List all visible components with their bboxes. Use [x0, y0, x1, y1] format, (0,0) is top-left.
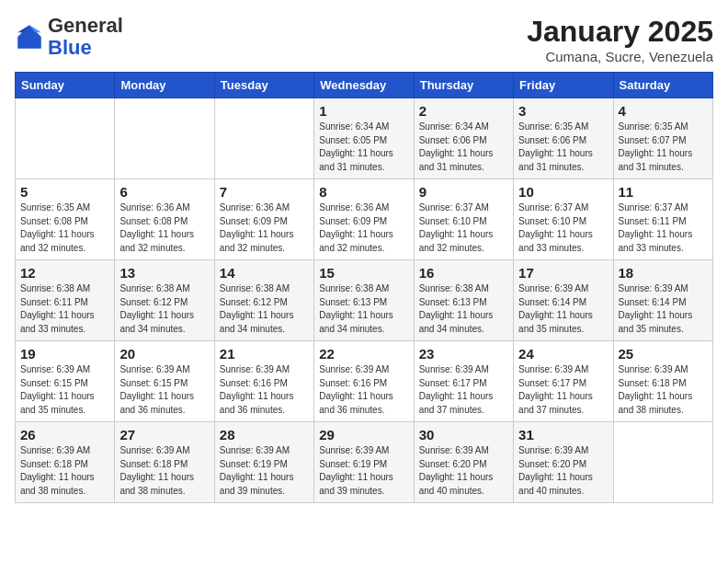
calendar-cell: 30Sunrise: 6:39 AMSunset: 6:20 PMDayligh…	[414, 422, 513, 503]
calendar-cell	[214, 98, 313, 179]
cell-info: Sunrise: 6:38 AMSunset: 6:13 PMDaylight:…	[319, 283, 393, 334]
header-day-sunday: Sunday	[16, 73, 115, 98]
day-number: 16	[419, 265, 508, 281]
day-number: 13	[119, 265, 209, 281]
day-number: 24	[518, 346, 608, 362]
calendar-cell: 7Sunrise: 6:36 AMSunset: 6:09 PMDaylight…	[214, 179, 313, 260]
day-number: 26	[20, 427, 109, 442]
day-number: 22	[319, 346, 408, 362]
svg-marker-0	[17, 25, 41, 49]
cell-info: Sunrise: 6:37 AMSunset: 6:10 PMDaylight:…	[518, 202, 593, 253]
cell-info: Sunrise: 6:35 AMSunset: 6:06 PMDaylight:…	[518, 121, 593, 172]
calendar-cell: 26Sunrise: 6:39 AMSunset: 6:18 PMDayligh…	[16, 422, 115, 503]
cell-info: Sunrise: 6:36 AMSunset: 6:09 PMDaylight:…	[319, 202, 393, 253]
cell-info: Sunrise: 6:38 AMSunset: 6:11 PMDaylight:…	[20, 283, 95, 334]
calendar-cell	[16, 98, 115, 179]
cell-info: Sunrise: 6:39 AMSunset: 6:18 PMDaylight:…	[20, 445, 95, 496]
cell-info: Sunrise: 6:35 AMSunset: 6:08 PMDaylight:…	[20, 202, 95, 253]
cell-info: Sunrise: 6:38 AMSunset: 6:13 PMDaylight:…	[419, 283, 494, 334]
calendar-week-3: 12Sunrise: 6:38 AMSunset: 6:11 PMDayligh…	[16, 260, 713, 341]
calendar-header: SundayMondayTuesdayWednesdayThursdayFrid…	[16, 73, 713, 98]
day-number: 27	[119, 427, 209, 442]
day-number: 9	[419, 184, 508, 200]
cell-info: Sunrise: 6:39 AMSunset: 6:20 PMDaylight:…	[518, 445, 593, 496]
cell-info: Sunrise: 6:39 AMSunset: 6:16 PMDaylight:…	[220, 364, 294, 415]
calendar-cell: 18Sunrise: 6:39 AMSunset: 6:14 PMDayligh…	[613, 260, 712, 341]
calendar-cell: 16Sunrise: 6:38 AMSunset: 6:13 PMDayligh…	[414, 260, 513, 341]
day-number: 15	[319, 265, 408, 281]
calendar-cell: 23Sunrise: 6:39 AMSunset: 6:17 PMDayligh…	[414, 341, 513, 422]
cell-info: Sunrise: 6:39 AMSunset: 6:19 PMDaylight:…	[319, 445, 393, 496]
cell-info: Sunrise: 6:38 AMSunset: 6:12 PMDaylight:…	[119, 283, 194, 334]
location-subtitle: Cumana, Sucre, Venezuela	[527, 49, 713, 64]
calendar-cell: 11Sunrise: 6:37 AMSunset: 6:11 PMDayligh…	[613, 179, 712, 260]
header-day-friday: Friday	[514, 73, 613, 98]
day-number: 23	[419, 346, 508, 362]
calendar-cell: 14Sunrise: 6:38 AMSunset: 6:12 PMDayligh…	[214, 260, 313, 341]
calendar-cell: 3Sunrise: 6:35 AMSunset: 6:06 PMDaylight…	[514, 98, 613, 179]
day-number: 17	[518, 265, 608, 281]
calendar-cell: 2Sunrise: 6:34 AMSunset: 6:06 PMDaylight…	[414, 98, 513, 179]
header-day-wednesday: Wednesday	[314, 73, 414, 98]
day-number: 12	[20, 265, 109, 281]
calendar-week-1: 1Sunrise: 6:34 AMSunset: 6:05 PMDaylight…	[16, 98, 713, 179]
logo-text-general: General	[48, 14, 123, 37]
header-row: SundayMondayTuesdayWednesdayThursdayFrid…	[16, 73, 713, 98]
calendar-cell: 9Sunrise: 6:37 AMSunset: 6:10 PMDaylight…	[414, 179, 513, 260]
calendar-cell: 5Sunrise: 6:35 AMSunset: 6:08 PMDaylight…	[16, 179, 115, 260]
day-number: 29	[319, 427, 408, 442]
calendar-cell: 1Sunrise: 6:34 AMSunset: 6:05 PMDaylight…	[314, 98, 414, 179]
logo-icon	[15, 22, 44, 52]
cell-info: Sunrise: 6:39 AMSunset: 6:20 PMDaylight:…	[419, 445, 494, 496]
header-day-tuesday: Tuesday	[214, 73, 313, 98]
day-number: 31	[518, 427, 608, 442]
day-number: 8	[319, 184, 408, 200]
day-number: 20	[119, 346, 209, 362]
cell-info: Sunrise: 6:36 AMSunset: 6:09 PMDaylight:…	[220, 202, 294, 253]
day-number: 3	[518, 103, 608, 119]
calendar-cell: 13Sunrise: 6:38 AMSunset: 6:12 PMDayligh…	[115, 260, 214, 341]
calendar-cell	[115, 98, 214, 179]
day-number: 5	[20, 184, 109, 200]
calendar-week-5: 26Sunrise: 6:39 AMSunset: 6:18 PMDayligh…	[16, 422, 713, 503]
day-number: 19	[20, 346, 109, 362]
day-number: 4	[619, 103, 708, 119]
cell-info: Sunrise: 6:39 AMSunset: 6:17 PMDaylight:…	[518, 364, 593, 415]
calendar-cell: 4Sunrise: 6:35 AMSunset: 6:07 PMDaylight…	[613, 98, 712, 179]
calendar-cell: 10Sunrise: 6:37 AMSunset: 6:10 PMDayligh…	[514, 179, 613, 260]
cell-info: Sunrise: 6:39 AMSunset: 6:14 PMDaylight:…	[619, 283, 693, 334]
day-number: 14	[220, 265, 309, 281]
cell-info: Sunrise: 6:38 AMSunset: 6:12 PMDaylight:…	[220, 283, 294, 334]
day-number: 1	[319, 103, 408, 119]
cell-info: Sunrise: 6:37 AMSunset: 6:10 PMDaylight:…	[419, 202, 494, 253]
cell-info: Sunrise: 6:34 AMSunset: 6:05 PMDaylight:…	[319, 121, 393, 172]
day-number: 10	[518, 184, 608, 200]
cell-info: Sunrise: 6:35 AMSunset: 6:07 PMDaylight:…	[619, 121, 693, 172]
calendar-cell: 15Sunrise: 6:38 AMSunset: 6:13 PMDayligh…	[314, 260, 414, 341]
day-number: 28	[220, 427, 309, 442]
day-number: 18	[619, 265, 708, 281]
calendar-cell: 6Sunrise: 6:36 AMSunset: 6:08 PMDaylight…	[115, 179, 214, 260]
header-day-monday: Monday	[115, 73, 214, 98]
day-number: 25	[619, 346, 708, 362]
calendar-cell: 20Sunrise: 6:39 AMSunset: 6:15 PMDayligh…	[115, 341, 214, 422]
cell-info: Sunrise: 6:39 AMSunset: 6:15 PMDaylight:…	[20, 364, 95, 415]
day-number: 2	[419, 103, 508, 119]
calendar-cell: 17Sunrise: 6:39 AMSunset: 6:14 PMDayligh…	[514, 260, 613, 341]
calendar-cell: 12Sunrise: 6:38 AMSunset: 6:11 PMDayligh…	[16, 260, 115, 341]
calendar-week-2: 5Sunrise: 6:35 AMSunset: 6:08 PMDaylight…	[16, 179, 713, 260]
cell-info: Sunrise: 6:36 AMSunset: 6:08 PMDaylight:…	[119, 202, 194, 253]
calendar-cell: 25Sunrise: 6:39 AMSunset: 6:18 PMDayligh…	[613, 341, 712, 422]
cell-info: Sunrise: 6:39 AMSunset: 6:19 PMDaylight:…	[220, 445, 294, 496]
logo: General Blue	[15, 15, 123, 59]
calendar-body: 1Sunrise: 6:34 AMSunset: 6:05 PMDaylight…	[16, 98, 713, 503]
cell-info: Sunrise: 6:34 AMSunset: 6:06 PMDaylight:…	[419, 121, 494, 172]
cell-info: Sunrise: 6:37 AMSunset: 6:11 PMDaylight:…	[619, 202, 693, 253]
day-number: 30	[419, 427, 508, 442]
cell-info: Sunrise: 6:39 AMSunset: 6:17 PMDaylight:…	[419, 364, 494, 415]
calendar-cell: 8Sunrise: 6:36 AMSunset: 6:09 PMDaylight…	[314, 179, 414, 260]
header-day-thursday: Thursday	[414, 73, 513, 98]
cell-info: Sunrise: 6:39 AMSunset: 6:18 PMDaylight:…	[119, 445, 194, 496]
header-day-saturday: Saturday	[613, 73, 712, 98]
calendar-cell: 28Sunrise: 6:39 AMSunset: 6:19 PMDayligh…	[214, 422, 313, 503]
